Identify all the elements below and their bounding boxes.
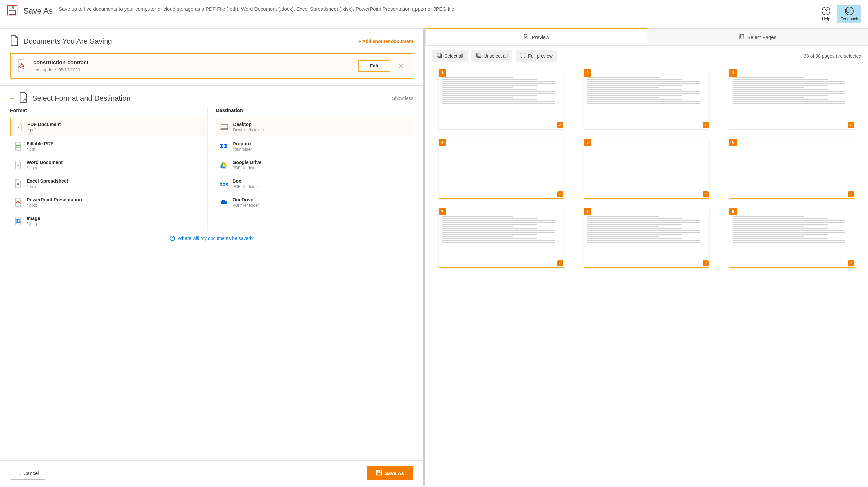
format-name: Excel Spreadsheet [27,178,68,183]
collapse-toggle[interactable]: − [10,94,14,103]
image-icon [14,217,22,225]
page-thumbnail[interactable]: 1✓ [439,69,564,129]
format-destination-heading: Select Format and Destination [32,94,131,103]
select-pages-icon [739,34,745,40]
destination-sub: PDFfiller folder [232,203,258,207]
destination-option-desktop[interactable]: DesktopDownloads folder [216,118,413,136]
format-ext: *.docx [27,166,63,170]
document-card: construction-contract Last update: 05/13… [10,53,413,79]
destination-option-dropbox[interactable]: DropboxYour folder [216,138,413,155]
destination-option-box[interactable]: boxBoxPDFfiller folder [216,175,413,192]
page-thumbnail[interactable]: 9✓ [729,208,855,268]
destination-option-gdrive[interactable]: Google DrivePDFfiller folder [216,156,413,174]
svg-rect-16 [378,470,380,472]
svg-rect-3 [12,7,13,9]
format-ext: *.pdf [27,147,53,151]
pdf-file-icon [17,59,27,73]
destination-option-onedrive[interactable]: OneDrivePDFfiller folder [216,194,413,211]
excel-icon: X [14,179,22,188]
page-selected-check-icon: ✓ [557,260,563,266]
document-meta: Last update: 05/13/2020 [33,67,352,72]
page-number-badge: 1 [439,69,446,77]
destination-sub: PDFfiller folder [232,184,258,189]
help-circle-icon: ? [170,235,175,241]
destination-name: Box [232,178,258,183]
destination-name: OneDrive [232,197,258,202]
page-thumbnail[interactable]: 7✓ [439,208,564,268]
destination-name: Dropbox [232,141,252,146]
page-selected-check-icon: ✓ [703,191,709,197]
format-option-image[interactable]: Image*.jpeg [10,212,207,230]
page-title: Save As [23,6,53,16]
box-icon: box [220,179,228,188]
where-saved-help-link[interactable]: ? Where will my documents be saved? [170,235,254,241]
destination-sub: PDFfiller folder [232,166,261,170]
add-document-link[interactable]: + Add another document [359,39,413,44]
page-number-badge: 3 [729,69,737,77]
page-number-badge: 5 [584,139,591,146]
remove-document-button[interactable]: ✕ [396,62,406,70]
select-all-button[interactable]: Select all [432,50,468,62]
pages-selected-info: 38 of 38 pages are selected [804,53,861,59]
feedback-button[interactable]: ! Feedback [837,5,861,23]
edit-document-button[interactable]: Edit [358,60,391,71]
page-selected-check-icon: ✓ [848,122,854,128]
page-number-badge: 7 [439,208,446,215]
select-all-icon [437,53,442,59]
destination-sub: Downloads folder [233,127,264,132]
format-ext: *.pdf [27,127,61,132]
save-as-button[interactable]: Save As [367,466,413,480]
page-number-badge: 8 [584,208,591,215]
svg-point-5 [25,100,26,101]
svg-rect-2 [9,10,16,15]
tab-preview[interactable]: Preview [425,28,647,45]
gdrive-icon [220,161,228,169]
format-name: Word Document [27,160,63,165]
unselect-all-button[interactable]: Unselect all [471,50,512,62]
full-preview-button[interactable]: Full preview [516,50,557,62]
format-name: Image [27,216,40,221]
page-thumbnail[interactable]: 2✓ [584,69,710,129]
page-number-badge: 6 [729,139,737,146]
destination-column-title: Destination [216,107,413,113]
format-ext: *.pptx [27,203,82,207]
page-thumbnail[interactable]: 4✓ [439,139,564,199]
destination-sub: Your folder [232,147,252,151]
page-selected-check-icon: ✓ [557,191,563,197]
format-name: PowerPoint Presentation [27,197,82,202]
page-thumbnail[interactable]: 6✓ [729,139,855,199]
help-button[interactable]: ? Help [818,5,834,23]
tab-select-pages[interactable]: Select Pages [647,29,868,45]
svg-text:X: X [17,182,19,185]
page-number-badge: 9 [729,208,737,215]
onedrive-icon [220,198,228,206]
help-icon: ? [822,7,830,15]
page-thumbnail[interactable]: 5✓ [584,139,710,199]
format-column-title: Format [10,107,207,113]
cancel-button[interactable]: 〈 Cancel [10,467,45,480]
format-option-excel[interactable]: XExcel Spreadsheet*.xlsx [10,175,207,192]
page-thumbnail[interactable]: 3✓ [729,69,855,129]
format-option-pdf[interactable]: PDF Document*.pdf [10,118,207,136]
svg-rect-25 [477,54,480,57]
page-selected-check-icon: ✓ [848,260,854,266]
format-option-word[interactable]: WWord Document*.docx [10,156,207,174]
svg-line-19 [527,38,528,38]
feedback-icon: ! [845,7,854,15]
show-less-link[interactable]: Show less [392,95,413,101]
page-number-badge: 4 [439,139,446,146]
fillable-icon [14,142,22,150]
svg-rect-22 [437,53,441,57]
destination-name: Google Drive [232,160,261,165]
ppt-icon [14,198,22,206]
unselect-all-icon [476,53,481,59]
document-name: construction-contract [33,60,352,66]
page-selected-check-icon: ✓ [848,191,854,197]
format-option-fillable[interactable]: Fillable PDF*.pdf [10,138,207,155]
format-name: PDF Document [27,122,61,127]
format-option-ppt[interactable]: PowerPoint Presentation*.pptx [10,194,207,211]
preview-icon [523,34,529,40]
svg-rect-7 [16,147,20,148]
page-thumbnail[interactable]: 8✓ [584,208,710,268]
dropbox-icon [220,142,228,150]
